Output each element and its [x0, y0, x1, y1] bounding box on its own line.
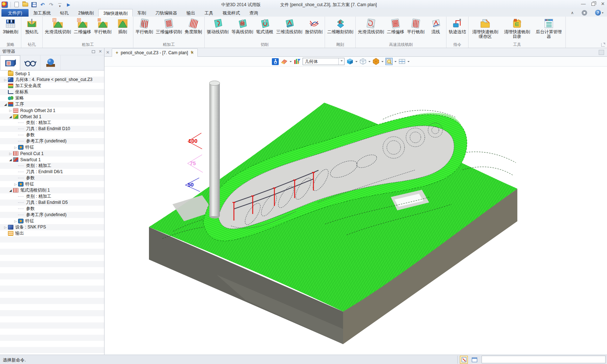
zoom-region-icon[interactable]: [385, 58, 393, 65]
restore-button[interactable]: [591, 3, 595, 6]
tree-item-features[interactable]: ▷特征: [0, 181, 104, 187]
collapse-ribbon-icon[interactable]: ∧: [571, 10, 574, 15]
tree-item-ref-op[interactable]: 参考工序 (undefined): [0, 212, 104, 218]
status-input[interactable]: [482, 356, 606, 363]
button-3d-flow-cut[interactable]: 三维流线切削: [275, 17, 303, 34]
button-parallel-mill-rough[interactable]: 平行铣削: [93, 17, 112, 34]
cam-3d-scene[interactable]: 100 75 50: [104, 67, 607, 355]
tree-item-operations[interactable]: ◢工序: [0, 101, 104, 107]
toolbar-toggle-icon[interactable]: [460, 356, 468, 364]
section-view-icon[interactable]: [398, 58, 406, 65]
manager-restore-icon[interactable]: [92, 50, 95, 54]
combobox-dropdown-icon[interactable]: [338, 58, 344, 65]
tree-item-setup[interactable]: Setup 1: [0, 70, 104, 77]
tree-item-class[interactable]: 类别 : 精加工: [0, 163, 104, 169]
close-button[interactable]: ✕: [601, 1, 605, 7]
new-file-icon[interactable]: [13, 1, 20, 8]
tree-item-tool[interactable]: 刀具 : Ball Endmill D5: [0, 200, 104, 206]
tab-machining-system[interactable]: 加工系统: [29, 9, 55, 17]
undo-icon[interactable]: ↶: [39, 1, 46, 8]
new-tab-icon[interactable]: +: [191, 50, 193, 55]
entity-filter-combobox[interactable]: 几何体: [303, 58, 345, 65]
manager-close-icon[interactable]: ✕: [99, 49, 102, 54]
tree-item-pencil-cut[interactable]: ▷Pencil Cut 1: [0, 150, 104, 157]
tree-item-parameters[interactable]: 参数: [0, 175, 104, 181]
button-hsm-2d-offset[interactable]: 二维偏移: [386, 17, 405, 34]
button-parallel-mill-finish[interactable]: 平行铣削: [134, 17, 154, 34]
tab-3axis-quick-milling[interactable]: 3轴快速铣削: [98, 9, 133, 17]
viewport[interactable]: 几何体: [104, 57, 607, 355]
tree-item-pencil-clean-cut[interactable]: ◢笔式清根切削 1: [0, 187, 104, 193]
tree-item-ref-op[interactable]: 参考工序 (undefined): [0, 138, 104, 144]
button-angle-limit[interactable]: 角度限制: [184, 17, 203, 34]
tree-item-features[interactable]: ▷特征: [0, 144, 104, 150]
button-2d-offset-rough[interactable]: 二维偏移: [73, 17, 92, 34]
wireframe-display-icon[interactable]: [359, 58, 367, 65]
customize-toolbar-dropdown-icon[interactable]: —▾: [57, 1, 63, 8]
tab-visual-style[interactable]: 视觉样式: [218, 9, 245, 17]
tree-item-clearance[interactable]: 加工安全高度: [0, 83, 104, 89]
shaded-display-dropdown-icon[interactable]: [355, 61, 358, 63]
document-tab[interactable]: + pencil_shoe_cut.Z3 - [7. Cam plan] ✕: [112, 48, 198, 57]
button-background-calc-manager[interactable]: 后台计算管理器: [533, 17, 564, 39]
app-logo-icon[interactable]: [1, 1, 8, 8]
tab-2axis-milling[interactable]: 2轴铣削: [73, 9, 98, 17]
tree-item-features[interactable]: ▷特征: [0, 218, 104, 224]
tree-item-parameters[interactable]: 参数: [0, 206, 104, 212]
ribbon-dialog-launcher-icon[interactable]: [601, 43, 605, 47]
expander-icon[interactable]: ◢: [8, 115, 13, 119]
expander-icon[interactable]: ▷: [3, 78, 8, 82]
open-file-icon[interactable]: [22, 1, 28, 8]
wireframe-display-dropdown-icon[interactable]: [368, 61, 371, 63]
expander-icon[interactable]: ▷: [8, 152, 13, 155]
settings-gear-icon[interactable]: [582, 10, 587, 16]
tool-cylinder[interactable]: [209, 81, 220, 219]
tab-file[interactable]: 文件(F): [1, 9, 29, 17]
tab-output[interactable]: 输出: [182, 9, 200, 17]
shaded-display-icon[interactable]: [346, 58, 354, 65]
button-hsm-streamline[interactable]: 流线: [426, 17, 445, 34]
tree-item-rough-offset-2d[interactable]: ▷Rough Offset 2d 1: [0, 107, 104, 114]
tree-item-class[interactable]: 类别 : 精加工: [0, 120, 104, 126]
manager-tab-cam-tree[interactable]: [0, 55, 20, 70]
tab-tools[interactable]: 工具: [200, 9, 218, 17]
expander-icon[interactable]: ▷: [13, 219, 18, 223]
tree-item-parameters[interactable]: 参数: [0, 132, 104, 138]
minimize-button[interactable]: —: [581, 1, 586, 7]
tab-list-icon[interactable]: [599, 50, 604, 55]
button-clean-hsm-buffer[interactable]: 清理快速铣削缓存区: [470, 17, 501, 39]
tree-item-geometry[interactable]: ▷几何体 : 4. Fixture < pencil_shoe_cut.Z3: [0, 77, 104, 83]
help-icon[interactable]: ?: [595, 10, 601, 16]
close-all-tabs-icon[interactable]: ✕: [106, 50, 110, 55]
button-3d-offset-cut[interactable]: 三维偏移切削: [155, 17, 183, 34]
button-3axis-mill[interactable]: 3轴铣削: [1, 17, 20, 34]
tab-turning[interactable]: 车削: [133, 9, 151, 17]
tab-drilling[interactable]: 钻孔: [55, 9, 73, 17]
view-orientation-icon[interactable]: [372, 58, 380, 65]
expander-icon[interactable]: ▷: [13, 183, 18, 186]
resume-icon[interactable]: ▶: [65, 1, 72, 8]
expander-icon[interactable]: ▷: [3, 226, 8, 229]
tree-item-frame[interactable]: 坐标系: [0, 89, 104, 95]
save-icon[interactable]: [31, 1, 37, 8]
section-view-dropdown-icon[interactable]: [407, 61, 410, 63]
button-drive-line-cut[interactable]: 驱动线切削: [206, 17, 230, 34]
button-clean-hsm-directory[interactable]: 清理快速铣削目录: [501, 17, 533, 39]
expander-icon[interactable]: ◢: [8, 158, 13, 162]
help-dropdown-icon[interactable]: ▾: [602, 11, 603, 14]
button-2d-engrave-cut[interactable]: 二维雕刻切削: [326, 17, 354, 34]
button-plunge-mill[interactable]: 插削: [113, 17, 132, 34]
button-hsm-smooth-flow-cut[interactable]: 光滑流线切削: [357, 17, 385, 34]
button-smooth-flow-cut[interactable]: 光滑流线切削: [44, 17, 72, 34]
expander-icon[interactable]: ◢: [3, 103, 8, 106]
expander-icon[interactable]: ◢: [8, 189, 13, 192]
button-predrill[interactable]: 预钻孔: [22, 17, 41, 34]
tree-item-tool[interactable]: 刀具 : Ball Endmill D10: [0, 126, 104, 132]
tree-item-tool[interactable]: 刀具 : Endmill D6/1: [0, 169, 104, 175]
expander-icon[interactable]: ▷: [13, 146, 18, 149]
button-pencil-cut[interactable]: 笔式清根: [255, 17, 274, 34]
tab-toolpath-editor[interactable]: 刀轨编辑器: [151, 9, 182, 17]
expander-icon[interactable]: ▷: [8, 109, 13, 112]
output-log-icon[interactable]: [471, 356, 478, 363]
zoom-region-dropdown-icon[interactable]: [394, 61, 397, 63]
